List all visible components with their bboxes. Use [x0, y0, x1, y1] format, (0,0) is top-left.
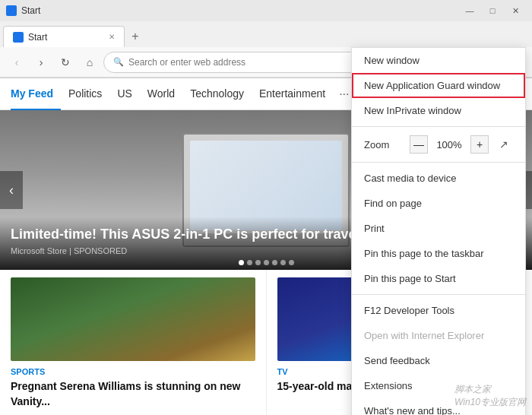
politics-label: Politics	[68, 87, 102, 100]
menu-open-ie-label: Open with Internet Explorer	[364, 330, 484, 341]
menu-feedback[interactable]: Send feedback	[352, 348, 525, 373]
maximize-button[interactable]: □	[482, 0, 503, 21]
dot-7[interactable]	[289, 260, 294, 265]
menu-cast-label: Cast media to device	[364, 173, 456, 184]
menu-pin-start[interactable]: Pin this page to Start	[352, 266, 525, 291]
nav-us[interactable]: US	[109, 78, 139, 110]
refresh-icon: ↻	[61, 56, 70, 68]
menu-divider-3	[352, 294, 525, 295]
world-label: World	[147, 87, 175, 100]
tab-title: Start	[21, 5, 459, 16]
zoom-plus-button[interactable]: +	[470, 135, 489, 154]
nav-technology[interactable]: Technology	[182, 78, 252, 110]
entertainment-label: Entertainment	[259, 87, 325, 100]
menu-divider-2	[352, 162, 525, 163]
refresh-button[interactable]: ↻	[55, 52, 76, 73]
dot-5[interactable]	[272, 260, 277, 265]
menu-devtools[interactable]: F12 Developer Tools	[352, 298, 525, 323]
tab-close-icon[interactable]: ✕	[109, 33, 115, 41]
menu-app-guard[interactable]: New Application Guard window	[352, 73, 525, 98]
zoom-minus-icon: —	[413, 138, 424, 150]
menu-app-guard-label: New Application Guard window	[364, 80, 500, 91]
menu-cast[interactable]: Cast media to device	[352, 166, 525, 191]
menu-find-label: Find on page	[364, 198, 422, 209]
menu-print[interactable]: Print	[352, 216, 525, 241]
menu-open-ie: Open with Internet Explorer	[352, 323, 525, 348]
watermark-line1: 脚本之家	[454, 383, 526, 396]
tab-favicon	[13, 32, 24, 43]
window-controls: — □ ✕	[459, 0, 526, 21]
tab-label: Start	[28, 32, 47, 43]
dot-3[interactable]	[255, 260, 261, 265]
article-thumbnail-1	[11, 277, 255, 361]
menu-find[interactable]: Find on page	[352, 191, 525, 216]
browser-favicon	[6, 5, 17, 16]
nav-world[interactable]: World	[140, 78, 182, 110]
menu-pin-taskbar[interactable]: Pin this page to the taskbar	[352, 241, 525, 266]
nav-my-feed[interactable]: My Feed	[11, 78, 61, 110]
zoom-row: Zoom — 100% + ↗	[352, 130, 525, 159]
active-tab[interactable]: Start ✕	[3, 26, 125, 47]
menu-extensions-label: Extensions	[364, 380, 413, 391]
my-feed-label: My Feed	[11, 87, 53, 100]
article-category-1: Sports	[11, 367, 255, 376]
watermark: 脚本之家 Win10专业版官网	[454, 383, 526, 409]
zoom-plus-icon: +	[477, 138, 483, 150]
tab-bar: Start ✕ +	[0, 21, 532, 47]
watermark-line2: Win10专业版官网	[454, 396, 526, 409]
technology-label: Technology	[190, 87, 244, 100]
article-title-1: Pregnant Serena Williams is stunning on …	[11, 379, 255, 409]
back-icon: ‹	[15, 56, 19, 68]
nav-entertainment[interactable]: Entertainment	[252, 78, 333, 110]
title-bar: Start — □ ✕	[0, 0, 532, 21]
minimize-button[interactable]: —	[459, 0, 480, 21]
context-menu: New window New Application Guard window …	[351, 47, 526, 415]
menu-inprivate-label: New InPrivate window	[364, 105, 461, 116]
menu-feedback-label: Send feedback	[364, 355, 430, 366]
dot-2[interactable]	[247, 260, 252, 265]
menu-print-label: Print	[364, 223, 385, 234]
forward-icon: ›	[40, 56, 43, 68]
menu-inprivate[interactable]: New InPrivate window	[352, 98, 525, 123]
article-card-1[interactable]: Sports Pregnant Serena Williams is stunn…	[0, 270, 267, 415]
us-label: US	[117, 87, 131, 100]
nav-politics[interactable]: Politics	[61, 78, 109, 110]
zoom-expand-icon: ↗	[499, 138, 508, 150]
zoom-value: 100%	[434, 139, 464, 150]
zoom-minus-button[interactable]: —	[410, 135, 428, 154]
dot-4[interactable]	[264, 260, 269, 265]
menu-new-window[interactable]: New window	[352, 48, 525, 73]
menu-pin-start-label: Pin this page to Start	[364, 273, 456, 284]
new-tab-button[interactable]: +	[125, 26, 146, 47]
dot-1[interactable]	[239, 260, 244, 265]
hero-prev-button[interactable]: ‹	[0, 171, 23, 209]
zoom-label: Zoom	[364, 139, 404, 150]
menu-devtools-label: F12 Developer Tools	[364, 305, 454, 316]
dot-6[interactable]	[280, 260, 286, 265]
menu-pin-taskbar-label: Pin this page to the taskbar	[364, 248, 484, 259]
back-button[interactable]: ‹	[6, 52, 27, 73]
close-button[interactable]: ✕	[505, 0, 526, 21]
menu-new-window-label: New window	[364, 55, 420, 66]
search-icon: 🔍	[113, 57, 124, 67]
menu-divider-1	[352, 126, 525, 127]
zoom-expand-button[interactable]: ↗	[495, 135, 513, 154]
home-button[interactable]: ⌂	[79, 52, 100, 73]
forward-button[interactable]: ›	[30, 52, 52, 73]
home-icon: ⌂	[87, 56, 93, 68]
more-nav-icon: ···	[339, 87, 349, 101]
menu-whats-new-label: What's new and tips...	[364, 405, 461, 415]
